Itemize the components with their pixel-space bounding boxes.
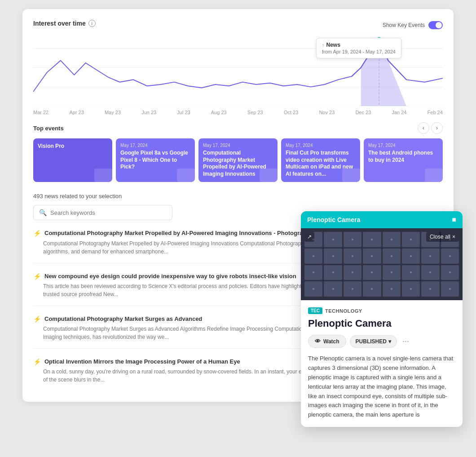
tooltip-news-label: News [326, 42, 340, 48]
event-card-4[interactable]: May 17, 2024 The best Android phones to … [364, 138, 443, 182]
bolt-icon-1: ⚡ [33, 273, 41, 280]
event-img-3 [342, 169, 360, 182]
camera-cell [363, 248, 381, 264]
panel-header: Plenoptic Camera ■ [301, 211, 463, 228]
event-date-4: May 17, 2024 [368, 143, 438, 148]
close-icon: × [452, 234, 455, 240]
camera-cell [441, 248, 459, 264]
x-label-7: Oct 23 [284, 110, 298, 115]
news-title-2[interactable]: Computational Photography Market Surges … [44, 315, 202, 323]
camera-cell [402, 281, 420, 297]
bolt-icon-2: ⚡ [33, 315, 41, 323]
events-next-button[interactable]: › [431, 122, 443, 134]
info-icon[interactable]: i [88, 20, 96, 27]
more-options-button[interactable]: ··· [401, 335, 411, 348]
event-date-1: May 17, 2024 [120, 143, 190, 148]
camera-cell [383, 232, 401, 247]
event-date-2: May 17, 2024 [203, 143, 273, 148]
event-title-4: The best Android phones to buy in 2024 [368, 150, 438, 164]
event-card-1[interactable]: May 17, 2024 Google Pixel 8a vs Google P… [116, 138, 195, 182]
tooltip-arrow: ↑ [322, 42, 325, 48]
camera-cell [344, 265, 361, 280]
panel-grid-icon[interactable]: ■ [452, 216, 456, 224]
main-card: Interest over time i Show Key Events ↑ N… [22, 9, 454, 402]
camera-cell [363, 232, 381, 247]
event-img-0 [94, 169, 112, 182]
camera-cell [421, 248, 439, 264]
chart-header: Interest over time i Show Key Events [33, 20, 443, 31]
top-events-header: Top events ‹ › [33, 122, 443, 134]
camera-cell [304, 281, 322, 297]
camera-cell [324, 232, 342, 247]
event-date-3: May 17, 2024 [286, 143, 356, 148]
camera-cell [363, 265, 381, 280]
tooltip-title: ↑ News [322, 42, 396, 48]
events-prev-button[interactable]: ‹ [418, 122, 429, 134]
x-label-3: Jun 23 [141, 110, 156, 115]
news-title-1[interactable]: New compound eye design could provide in… [44, 272, 296, 280]
chart-x-axis: Mar 22 Apr 23 May 23 Jun 23 Jul 23 Aug 2… [33, 108, 443, 115]
panel-description: The Plenoptic camera is a novel single-l… [308, 354, 455, 420]
camera-cell [421, 265, 439, 280]
tooltip-date: from Apr 19, 2024 - May 17, 2024 [322, 49, 396, 54]
panel-header-icons: ■ [452, 216, 456, 224]
camera-cell [383, 265, 401, 280]
chart-title-text: Interest over time [33, 20, 86, 27]
event-card-2[interactable]: May 17, 2024 Computational Photography M… [198, 138, 278, 182]
chart-section-title: Interest over time i [33, 20, 96, 27]
x-label-4: Jul 23 [177, 110, 190, 115]
x-label-9: Dec 23 [355, 110, 371, 115]
event-title-1: Google Pixel 8a vs Google Pixel 8 - Whic… [120, 150, 190, 171]
x-label-2: May 23 [105, 110, 121, 115]
published-button[interactable]: PUBLISHED ▾ [350, 335, 397, 348]
camera-cell [304, 248, 322, 264]
camera-cell [441, 281, 459, 297]
news-title-3[interactable]: Optical Invention Mirrors the Image Proc… [44, 358, 240, 366]
camera-cell [324, 281, 342, 297]
search-box[interactable]: 🔍 [33, 205, 172, 220]
panel-main-title: Plenoptic Camera [308, 318, 455, 329]
show-key-events-control: Show Key Events [383, 21, 443, 29]
key-events-toggle[interactable] [428, 21, 443, 29]
event-img-1 [177, 169, 195, 182]
x-label-1: Apr 23 [69, 110, 84, 115]
event-card-3[interactable]: May 17, 2024 Final Cut Pro transforms vi… [281, 138, 360, 182]
eye-icon: 👁 [315, 338, 321, 345]
bolt-icon-0: ⚡ [33, 230, 41, 237]
panel-header-title: Plenoptic Camera [307, 216, 360, 223]
camera-cell [383, 281, 401, 297]
camera-cell [402, 265, 420, 280]
expand-icon: ↗ [307, 234, 312, 240]
watch-button[interactable]: 👁 Watch [308, 335, 346, 348]
panel-tag: TEC [308, 307, 322, 314]
panel-actions: 👁 Watch PUBLISHED ▾ ··· [308, 335, 455, 348]
events-row: Vision Pro May 17, 2024 Google Pixel 8a … [33, 138, 443, 182]
bolt-icon-3: ⚡ [33, 358, 41, 365]
camera-cell [421, 281, 439, 297]
news-count: 493 news related to your selection [33, 193, 443, 200]
panel-image: ↗ Close all × [301, 228, 463, 300]
panel-tag-row: TEC TECHNOLOGY [308, 307, 455, 314]
published-label: PUBLISHED [356, 338, 387, 345]
watch-label: Watch [323, 338, 339, 345]
x-label-8: Nov 23 [319, 110, 335, 115]
x-label-11: Feb 24 [428, 110, 443, 115]
event-title-0: Vision Pro [38, 143, 108, 150]
panel-category: TECHNOLOGY [325, 308, 362, 314]
x-label-5: Aug 23 [211, 110, 227, 115]
x-label-0: Mar 22 [33, 110, 48, 115]
tooltip-date-range: Apr 19, 2024 - May 17, 2024 [333, 49, 395, 54]
camera-cell [324, 265, 342, 280]
camera-cell [383, 248, 401, 264]
show-key-events-label: Show Key Events [383, 22, 425, 28]
top-events-label: Top events [33, 125, 64, 132]
expand-button[interactable]: ↗ [304, 232, 314, 242]
event-img-4 [425, 169, 443, 182]
x-label-10: Jan 24 [392, 110, 406, 115]
search-input[interactable] [50, 209, 167, 216]
close-all-button[interactable]: Close all × [426, 232, 459, 242]
close-all-label: Close all [430, 234, 450, 240]
events-navigation: ‹ › [418, 122, 443, 134]
event-card-0[interactable]: Vision Pro [33, 138, 112, 182]
floating-panel: Plenoptic Camera ■ [301, 211, 463, 427]
